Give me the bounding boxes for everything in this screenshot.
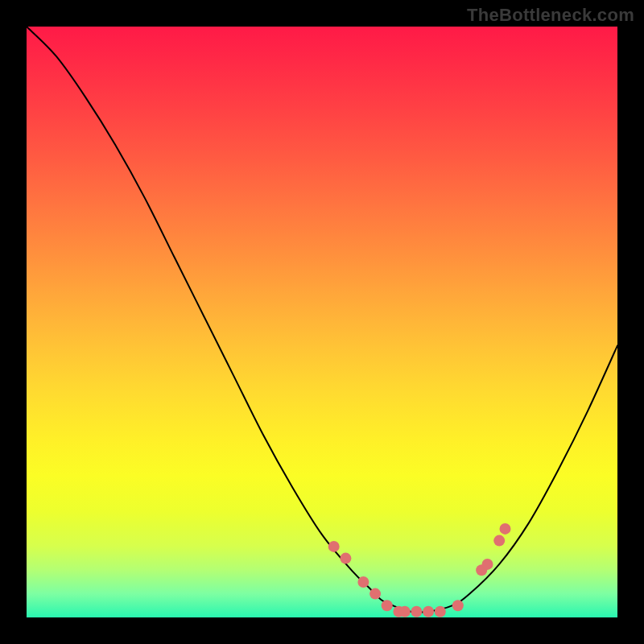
highlight-point [357,576,369,588]
highlight-point [500,523,511,535]
highlight-point [328,541,340,552]
highlight-point [452,600,464,611]
plot-area [27,27,617,617]
highlight-points [328,523,511,617]
bottleneck-curve [27,27,617,613]
watermark-text: TheBottleneck.com [467,5,634,26]
chart-svg [27,27,617,617]
highlight-point [382,600,393,611]
highlight-point [482,559,493,570]
highlight-point [369,588,381,600]
highlight-point [411,606,422,617]
highlight-point [435,606,446,617]
highlight-point [423,606,434,617]
highlight-point [399,606,411,617]
chart-frame: TheBottleneck.com [0,0,644,644]
highlight-point [340,553,351,564]
highlight-point [493,535,505,547]
